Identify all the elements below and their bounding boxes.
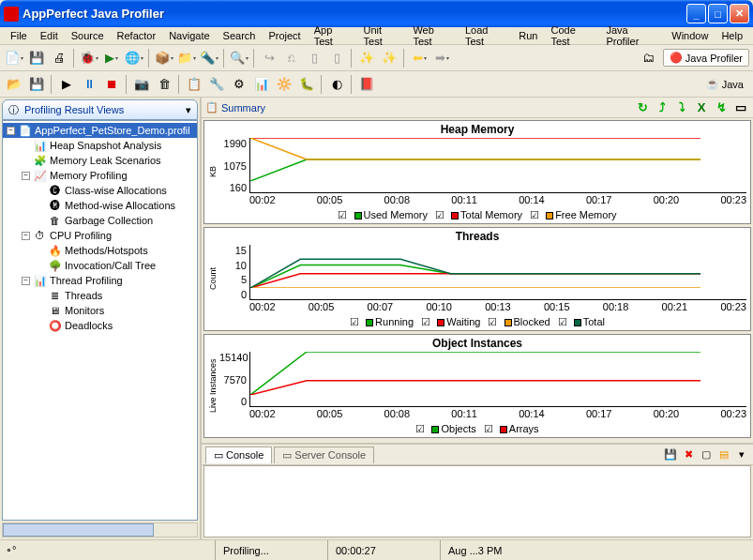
new-package-button[interactable]: 📁▾: [176, 48, 197, 68]
sidebar-scrollbar[interactable]: [2, 522, 198, 537]
forward-button[interactable]: ➡▾: [431, 48, 452, 68]
action-button-1[interactable]: ⤴: [654, 99, 670, 116]
tree-item-monitors[interactable]: 🖥Monitors: [3, 303, 197, 318]
tree-item-method-wise-allocations[interactable]: 🅜Method-wise Allocations: [3, 198, 197, 213]
tree-item-garbage-collection[interactable]: 🗑Garbage Collection: [3, 213, 197, 228]
tree-item-methods-hotspots[interactable]: 🔥Methods/Hotspots: [3, 243, 197, 258]
status-datetime: Aug ...3 PM: [440, 540, 753, 560]
menu-refactor[interactable]: Refactor: [111, 28, 163, 43]
menu-window[interactable]: Window: [665, 28, 715, 43]
search-button[interactable]: 🔍▾: [229, 48, 249, 68]
maximize-button[interactable]: □: [708, 4, 728, 23]
tool-button-6[interactable]: ◐: [326, 74, 347, 95]
tree-item-memory-profiling[interactable]: −📈Memory Profiling: [3, 168, 197, 183]
menu-source[interactable]: Source: [65, 28, 111, 43]
tree-item-heap-snapshot-analysis[interactable]: 📊Heap Snapshot Analysis: [3, 138, 197, 153]
menu-help[interactable]: Help: [715, 28, 749, 43]
tree-icon: 🌳: [48, 259, 62, 273]
nav-button-1[interactable]: ↪: [259, 48, 279, 68]
menu-file[interactable]: File: [4, 28, 34, 43]
tool-button-4[interactable]: 🔆: [274, 74, 294, 95]
run-button[interactable]: ▶▾: [101, 48, 122, 68]
print-button[interactable]: 🖨: [49, 48, 69, 68]
twist-icon[interactable]: −: [22, 172, 30, 180]
nav-button-2[interactable]: ⎌: [281, 48, 302, 68]
console-body[interactable]: [203, 465, 751, 537]
run-ext-button[interactable]: 🌐▾: [124, 48, 144, 68]
twist-icon: [37, 202, 45, 210]
tree-label: Garbage Collection: [65, 215, 153, 226]
tool-button-3[interactable]: 📊: [251, 74, 272, 95]
tree-item-cpu-profiling[interactable]: −⏱CPU Profiling: [3, 228, 197, 243]
menu-unit-test[interactable]: Unit Test: [357, 23, 407, 49]
refresh-button[interactable]: ↻: [634, 99, 651, 116]
twist-icon[interactable]: −: [22, 232, 30, 240]
close-button[interactable]: ✕: [730, 4, 749, 23]
menu-navigate[interactable]: Navigate: [162, 28, 216, 43]
minimize-button[interactable]: _: [686, 4, 706, 23]
tool-button-2[interactable]: ⚙: [229, 74, 249, 95]
help-button[interactable]: 📕: [356, 74, 377, 95]
menu-search[interactable]: Search: [217, 28, 263, 43]
profiling-views-icon: ⓘ: [8, 103, 22, 116]
play-button[interactable]: ▶: [56, 74, 77, 95]
tree-item-deadlocks[interactable]: ⭕Deadlocks: [3, 318, 197, 333]
filter-button[interactable]: 📋: [184, 74, 204, 95]
save2-button[interactable]: 💾: [26, 74, 47, 95]
open-perspective-button[interactable]: 🗂: [639, 48, 659, 68]
menu-load-test[interactable]: Load Test: [459, 23, 512, 49]
wizard-button-2[interactable]: ✨: [379, 48, 399, 68]
console-menu-button[interactable]: ▾: [734, 447, 749, 462]
tree-icon: 🔥: [48, 244, 62, 258]
gc-button[interactable]: 🗑: [154, 74, 174, 95]
profiling-views-tab[interactable]: ⓘ Profiling Result Views ▾: [2, 99, 198, 120]
menu-java-profiler[interactable]: Java Profiler: [599, 23, 665, 49]
tree-icon: ⏱: [33, 229, 47, 243]
console-tab[interactable]: ▭Console: [205, 446, 272, 463]
menu-edit[interactable]: Edit: [34, 28, 65, 43]
tree-item-thread-profiling[interactable]: −📊Thread Profiling: [3, 273, 197, 288]
open-type-button[interactable]: 🔦▾: [199, 48, 219, 68]
menu-project[interactable]: Project: [262, 28, 307, 43]
tree-item-class-wise-allocations[interactable]: 🅒Class-wise Allocations: [3, 183, 197, 198]
twist-icon: [37, 187, 45, 195]
wizard-button-1[interactable]: ✨: [356, 48, 377, 68]
console-clear-button[interactable]: ✖: [681, 447, 696, 462]
twist-icon[interactable]: −: [22, 277, 30, 285]
chart-title: Threads: [204, 228, 750, 245]
open-button[interactable]: 📂: [4, 74, 24, 95]
menu-app-test[interactable]: App Test: [308, 23, 357, 49]
console-pin-button[interactable]: ▢: [699, 447, 714, 462]
profiling-tree[interactable]: −📄AppPerfect_PetStore_Demo.profil📊Heap S…: [2, 120, 198, 521]
stop-button[interactable]: ⏹: [101, 74, 122, 95]
nav-button-4[interactable]: ▯: [326, 48, 347, 68]
pause-button[interactable]: ⏸: [79, 74, 99, 95]
maximize-view-button[interactable]: ▭: [732, 99, 749, 116]
new-project-button[interactable]: 📦▾: [154, 48, 174, 68]
nav-button-3[interactable]: ▯: [304, 48, 324, 68]
debug-button[interactable]: 🐞▾: [79, 48, 99, 68]
back-button[interactable]: ⬅▾: [409, 48, 429, 68]
tool-button-5[interactable]: 🐛: [296, 74, 317, 95]
tree-item-appperfect-petstore-demo-profil[interactable]: −📄AppPerfect_PetStore_Demo.profil: [3, 123, 197, 138]
save-button[interactable]: 💾: [26, 48, 47, 68]
tree-item-memory-leak-scenarios[interactable]: 🧩Memory Leak Scenarios: [3, 153, 197, 168]
view-menu-icon[interactable]: ▾: [186, 104, 191, 116]
camera-button[interactable]: 📷: [131, 74, 152, 95]
console-save-button[interactable]: 💾: [663, 447, 678, 462]
tree-item-invocation-call-tree[interactable]: 🌳Invocation/Call Tree: [3, 258, 197, 273]
menu-web-test[interactable]: Web Test: [406, 23, 458, 49]
tool-button-1[interactable]: 🔧: [206, 74, 227, 95]
new-button[interactable]: 📄▾: [4, 48, 24, 68]
server-console-tab[interactable]: ▭Server Console: [274, 446, 374, 463]
action-button-3[interactable]: ↯: [713, 99, 730, 116]
perspective-java-profiler[interactable]: 🔴Java Profiler: [663, 49, 749, 67]
tree-item-threads[interactable]: ≣Threads: [3, 288, 197, 303]
twist-icon[interactable]: −: [7, 127, 15, 135]
menu-code-test[interactable]: Code Test: [544, 23, 599, 49]
export-excel-button[interactable]: X: [693, 99, 710, 116]
menu-run[interactable]: Run: [512, 28, 544, 43]
action-button-2[interactable]: ⤵: [673, 99, 690, 116]
console-scroll-button[interactable]: ▤: [716, 447, 731, 462]
perspective-java[interactable]: ☕Java: [700, 76, 749, 92]
